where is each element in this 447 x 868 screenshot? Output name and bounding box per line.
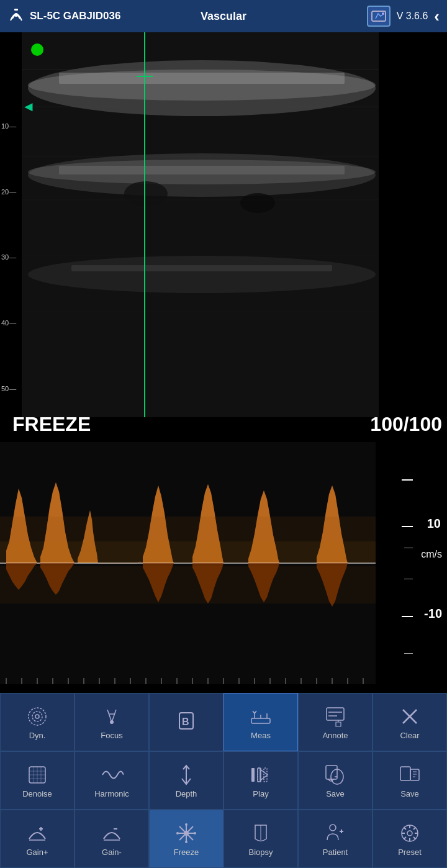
focus-icon [100,705,124,728]
harmonic-label: Harmonic [94,789,129,798]
patient-button[interactable]: Patient [298,810,372,868]
gainminus-icon [100,821,124,845]
doppler-dash-upper [402,479,413,481]
doppler-tick-minus10 [402,616,413,617]
measurement-line-vertical [144,32,145,417]
play-button[interactable]: Play [224,751,298,810]
gainminus-button[interactable]: Gain- [74,810,149,868]
gainplus-button[interactable]: Gain+ [0,810,74,868]
denoise-label: Denoise [22,789,52,798]
back-button[interactable]: ‹ [434,7,440,26]
svg-point-21 [240,193,275,213]
depth-button[interactable]: Depth [149,751,224,810]
svg-rect-18 [59,166,345,174]
header-right: V 3.6.6 ‹ [367,6,440,27]
save1-icon [323,763,347,787]
header-left: SL-5C GABJID036 [7,6,120,27]
frame-counter: 100/100 [370,413,442,436]
clear-button[interactable]: Clear [372,693,447,751]
dyn-button[interactable]: Dyn. [0,693,74,751]
svg-rect-19 [71,265,332,271]
svg-rect-17 [59,73,345,84]
denoise-button[interactable]: Denoise [0,751,74,810]
b-icon: B [174,709,198,733]
freeze-label: Freeze [174,848,199,857]
depth-mark-50: 50 [1,385,16,392]
gain-arrow-icon: ◄ [22,99,35,115]
patient-label: Patient [323,848,348,857]
mode-label: Vascular [201,10,246,23]
preset-label: Preset [398,848,422,857]
measurement-crosshair [137,68,153,84]
svg-line-114 [404,837,407,839]
version-label: V 3.6.6 [397,11,428,22]
mode-icon-box [367,6,391,27]
svg-line-112 [413,837,416,839]
svg-point-57 [110,720,114,724]
svg-rect-86 [410,769,419,780]
annote-icon [323,705,347,728]
preset-icon [398,821,422,845]
svg-point-9 [28,256,376,293]
annote-label: Annote [322,731,348,740]
depth-icon [174,763,198,787]
svg-rect-26 [0,541,376,563]
biopsy-button[interactable]: Biopsy [224,810,298,868]
doppler-label-minus10: -10 [424,607,442,621]
preset-button[interactable]: Preset [372,810,447,868]
clear-icon [398,705,422,728]
meas-button[interactable]: Meas [224,693,298,751]
ultrasound-area: 10 20 30 40 50 ◄ [0,32,447,442]
svg-point-53 [29,708,46,725]
mode-indicator-dot [31,43,43,56]
doppler-unit-label: cm/s [421,549,442,560]
save2-label: Save [400,789,419,798]
svg-rect-1 [14,9,18,11]
depth-mark-20: 20 [1,188,16,196]
doppler-dash-bottom [404,653,413,654]
svg-point-3 [382,12,384,15]
svg-point-20 [124,181,168,206]
toolbar: Dyn. Focus B [0,693,447,868]
focus-button[interactable]: Focus [74,693,149,751]
gainplus-icon [25,821,49,845]
svg-point-98 [185,841,187,843]
svg-point-97 [185,823,187,826]
svg-line-113 [413,827,416,830]
harmonic-button[interactable]: Harmonic [74,751,149,810]
save1-button[interactable]: Save [298,751,372,810]
clear-label: Clear [400,731,419,740]
svg-text:B: B [182,717,189,727]
annote-button[interactable]: Annote [298,693,372,751]
svg-point-54 [32,712,42,721]
doppler-tick-10 [402,526,413,527]
save2-button[interactable]: Save [372,751,447,810]
depth-mark-40: 40 [1,319,16,327]
gainplus-label: Gain+ [26,848,48,857]
svg-rect-81 [264,768,267,782]
svg-point-106 [407,831,412,836]
doppler-dash-lower-upper [404,579,413,579]
patient-icon [323,821,347,845]
doppler-scale-panel: 10 cm/s -10 [376,442,447,684]
b-mode-button[interactable]: B [149,693,224,751]
doppler-dash-mid [404,548,413,548]
svg-rect-78 [251,768,255,782]
dyn-icon [25,705,49,728]
svg-point-102 [330,825,336,831]
doppler-waveform-svg [0,442,376,684]
play-icon [249,763,273,787]
depth-scale: 10 20 30 40 50 [0,32,25,442]
focus-label: Focus [101,731,122,740]
denoise-icon [25,763,49,787]
svg-point-100 [194,832,196,834]
svg-point-96 [184,831,189,836]
meas-label: Meas [251,731,271,740]
freeze-button[interactable]: Freeze [149,810,224,868]
harmonic-icon [100,763,124,787]
depth-mark-30: 30 [1,253,16,261]
svg-rect-85 [400,767,410,780]
freeze-label: FREEZE [12,413,91,436]
header: SL-5C GABJID036 Vascular V 3.6.6 ‹ [0,0,447,32]
device-label: SL-5C GABJID036 [30,10,120,22]
